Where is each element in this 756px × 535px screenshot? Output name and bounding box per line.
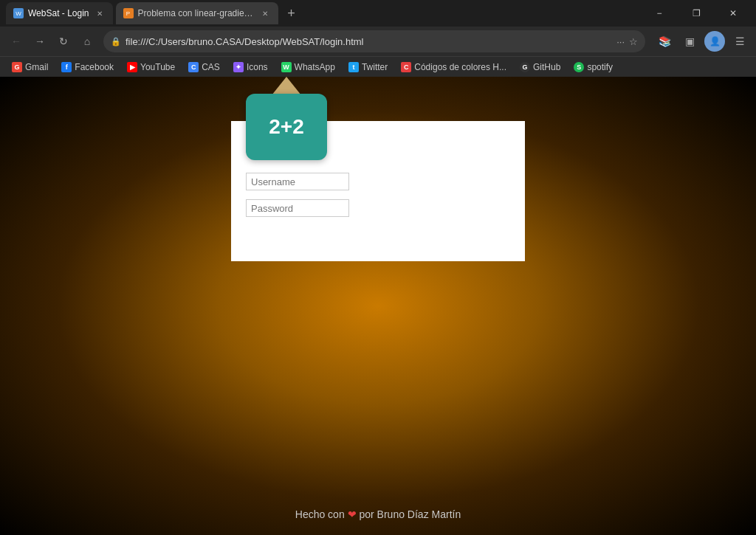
home-button[interactable]: ⌂ bbox=[77, 31, 97, 52]
address-bar[interactable]: 🔒 file:///C:/Users/bruno.CASA/Desktop/We… bbox=[103, 30, 645, 52]
maximize-button[interactable]: ❐ bbox=[679, 0, 713, 27]
bookmark-youtube[interactable]: ▶ YouTube bbox=[121, 61, 181, 74]
new-tab-button[interactable]: + bbox=[281, 3, 302, 24]
page-footer: Hecho con ❤ por Bruno Díaz Martín bbox=[0, 508, 756, 520]
navigation-bar: ← → ↻ ⌂ 🔒 file:///C:/Users/bruno.CASA/De… bbox=[0, 27, 756, 56]
password-input[interactable] bbox=[246, 199, 349, 217]
footer-text: Hecho con bbox=[295, 508, 345, 520]
tab-close-websat[interactable]: ✕ bbox=[94, 7, 106, 19]
bookmark-label-icons: Icons bbox=[247, 62, 268, 72]
twitter-favicon: t bbox=[348, 62, 359, 72]
tab-favicon-problema: P bbox=[123, 8, 134, 18]
bookmark-spotify[interactable]: S spotify bbox=[568, 61, 619, 74]
bookmark-label-cas: CAS bbox=[202, 62, 220, 72]
bookmark-gmail[interactable]: G Gmail bbox=[6, 61, 54, 74]
tab-close-problema[interactable]: ✕ bbox=[259, 7, 271, 19]
library-icon[interactable]: 📚 bbox=[654, 31, 675, 52]
bookmark-label-github: GitHub bbox=[533, 62, 560, 72]
bookmark-facebook[interactable]: f Facebook bbox=[55, 61, 120, 74]
profile-icon[interactable]: 👤 bbox=[704, 31, 725, 52]
bookmark-label-twitter: Twitter bbox=[362, 62, 388, 72]
page-content: 2+2 Hecho con ❤ por Bruno Díaz Martín bbox=[0, 77, 756, 535]
bookmark-label-facebook: Facebook bbox=[75, 62, 114, 72]
whatsapp-favicon: W bbox=[281, 62, 292, 72]
cas-favicon: C bbox=[188, 62, 199, 72]
icon-triangle bbox=[272, 77, 301, 95]
icons-favicon: ✦ bbox=[233, 62, 244, 72]
menu-icon[interactable]: ☰ bbox=[729, 31, 750, 52]
facebook-favicon: f bbox=[61, 62, 72, 72]
bookmark-label-spotify: spotify bbox=[587, 62, 613, 72]
app-icon-text: 2+2 bbox=[269, 115, 304, 139]
login-form bbox=[246, 173, 510, 217]
bookmark-label-whatsapp: WhatsApp bbox=[295, 62, 335, 72]
bookmarks-bar: G Gmail f Facebook ▶ YouTube C CAS ✦ Ico… bbox=[0, 56, 756, 77]
reload-button[interactable]: ↻ bbox=[53, 31, 74, 52]
minimize-button[interactable]: − bbox=[642, 0, 676, 27]
username-input[interactable] bbox=[246, 173, 349, 190]
window-controls: − ❐ ✕ bbox=[642, 0, 750, 27]
bookmark-github[interactable]: G GitHub bbox=[514, 61, 566, 74]
bookmark-label-youtube: YouTube bbox=[140, 62, 175, 72]
more-address-icon[interactable]: ··· bbox=[616, 36, 625, 47]
toolbar-right: 📚 ▣ 👤 ☰ bbox=[654, 31, 750, 52]
tab-websat[interactable]: W WebSat - Login ✕ bbox=[6, 2, 113, 24]
gmail-favicon: G bbox=[12, 62, 22, 72]
bookmark-codigos[interactable]: C Códigos de colores H... bbox=[395, 61, 512, 74]
app-icon-container: 2+2 bbox=[246, 77, 327, 160]
lock-icon: 🔒 bbox=[111, 37, 121, 46]
address-icons: ··· ☆ bbox=[616, 36, 638, 47]
browser-chrome: W WebSat - Login ✕ P Problema con linear… bbox=[0, 0, 756, 77]
back-button[interactable]: ← bbox=[6, 31, 27, 52]
tab-title-websat: WebSat - Login bbox=[28, 8, 89, 18]
tab-favicon-websat: W bbox=[13, 8, 24, 18]
bookmark-icons[interactable]: ✦ Icons bbox=[227, 61, 274, 74]
bookmark-star-icon[interactable]: ☆ bbox=[629, 36, 638, 47]
login-card: 2+2 bbox=[231, 121, 525, 261]
footer-author: por Bruno Díaz Martín bbox=[359, 508, 461, 520]
bookmark-twitter[interactable]: t Twitter bbox=[343, 61, 394, 74]
github-favicon: G bbox=[520, 62, 530, 72]
app-icon: 2+2 bbox=[246, 94, 327, 160]
close-button[interactable]: ✕ bbox=[716, 0, 750, 27]
title-bar: W WebSat - Login ✕ P Problema con linear… bbox=[0, 0, 756, 27]
tab-title-problema: Problema con linear-gradient c bbox=[138, 8, 255, 18]
codigos-favicon: C bbox=[401, 62, 411, 72]
bookmark-cas[interactable]: C CAS bbox=[182, 61, 226, 74]
sidebar-icon[interactable]: ▣ bbox=[679, 31, 700, 52]
bookmark-whatsapp[interactable]: W WhatsApp bbox=[275, 61, 341, 74]
spotify-favicon: S bbox=[574, 62, 584, 72]
address-text: file:///C:/Users/bruno.CASA/Desktop/WebS… bbox=[126, 36, 612, 47]
youtube-favicon: ▶ bbox=[127, 62, 137, 72]
bookmark-label-codigos: Códigos de colores H... bbox=[414, 62, 506, 72]
tab-problema[interactable]: P Problema con linear-gradient c ✕ bbox=[116, 2, 278, 24]
heart-icon: ❤ bbox=[348, 508, 360, 520]
bookmark-label-gmail: Gmail bbox=[25, 62, 48, 72]
forward-button[interactable]: → bbox=[30, 31, 50, 52]
